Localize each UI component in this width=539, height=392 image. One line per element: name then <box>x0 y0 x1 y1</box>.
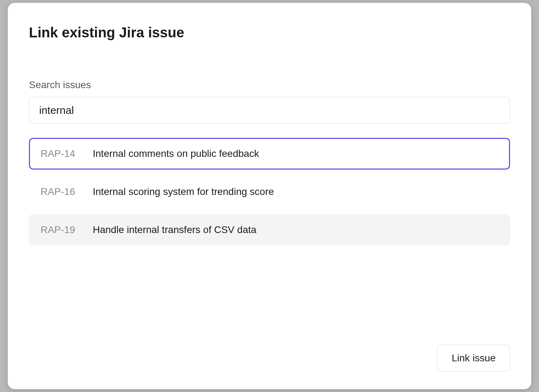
search-results-list: RAP-14 Internal comments on public feedb… <box>29 138 510 246</box>
issue-key: RAP-19 <box>41 224 83 235</box>
issue-title: Handle internal transfers of CSV data <box>93 224 256 235</box>
issue-key: RAP-16 <box>41 186 83 197</box>
search-issues-label: Search issues <box>29 79 510 91</box>
issue-title: Internal scoring system for trending sco… <box>93 186 274 197</box>
modal-title: Link existing Jira issue <box>29 25 510 41</box>
result-item[interactable]: RAP-16 Internal scoring system for trend… <box>29 176 510 208</box>
issue-title: Internal comments on public feedback <box>93 148 259 159</box>
modal-footer: Link issue <box>29 345 510 372</box>
issue-key: RAP-14 <box>41 148 83 159</box>
result-item[interactable]: RAP-19 Handle internal transfers of CSV … <box>29 214 510 246</box>
search-input[interactable] <box>29 97 510 124</box>
link-issue-button[interactable]: Link issue <box>437 345 510 372</box>
result-item[interactable]: RAP-14 Internal comments on public feedb… <box>29 138 510 170</box>
link-issue-modal: Link existing Jira issue Search issues R… <box>8 3 531 389</box>
